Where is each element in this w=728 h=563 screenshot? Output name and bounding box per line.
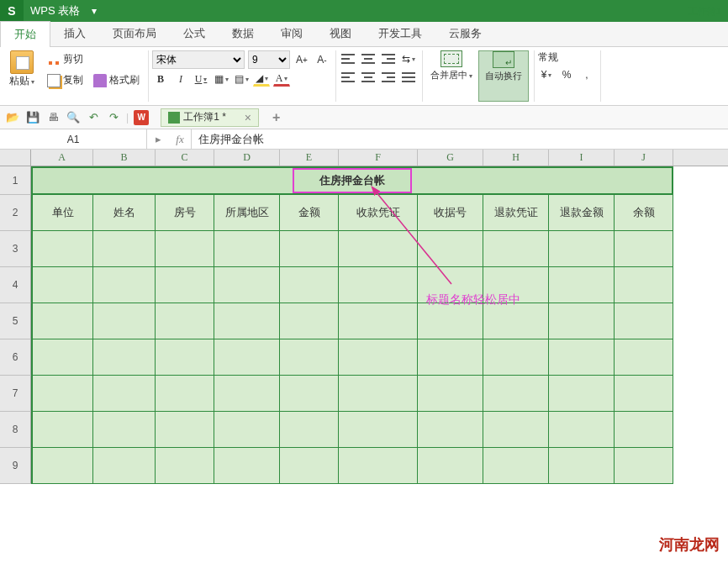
table-cell[interactable] (615, 231, 673, 267)
app-menu-dropdown[interactable]: ▾ (87, 5, 102, 17)
table-cell[interactable] (31, 412, 93, 448)
tab-cloud[interactable]: 云服务 (435, 21, 495, 46)
increase-font-button[interactable]: A+ (293, 51, 310, 68)
column-header[interactable]: E (280, 150, 339, 166)
distribute-button[interactable] (400, 69, 417, 86)
column-header[interactable]: H (483, 150, 549, 166)
fill-color-button[interactable]: ◢ (253, 71, 270, 87)
row-header[interactable]: 2 (0, 195, 31, 231)
table-cell[interactable] (156, 339, 214, 376)
row-header[interactable]: 5 (0, 303, 31, 339)
table-cell[interactable] (549, 412, 615, 448)
fx-button[interactable]: fx (169, 133, 191, 146)
column-header[interactable]: D (214, 150, 280, 166)
row-header[interactable]: 7 (0, 376, 31, 412)
table-cell[interactable] (339, 339, 418, 376)
table-cell[interactable] (280, 376, 339, 412)
table-cell[interactable] (280, 339, 339, 376)
table-cell[interactable] (483, 376, 549, 412)
table-cell[interactable] (31, 376, 93, 412)
row-header[interactable]: 8 (0, 412, 31, 448)
currency-button[interactable]: ¥ (538, 66, 555, 83)
table-cell[interactable] (156, 412, 214, 448)
table-cell[interactable] (483, 448, 549, 484)
tab-view[interactable]: 视图 (316, 21, 365, 46)
close-tab-icon[interactable]: × (245, 111, 251, 124)
decrease-font-button[interactable]: A- (314, 51, 330, 68)
column-header[interactable]: C (156, 150, 214, 166)
row-header[interactable]: 4 (0, 267, 31, 303)
table-cell[interactable] (93, 376, 156, 412)
column-header[interactable]: A (31, 150, 93, 166)
column-header[interactable]: G (418, 150, 483, 166)
underline-button[interactable]: U (193, 71, 209, 87)
table-cell[interactable] (93, 448, 156, 484)
align-left-button[interactable] (340, 69, 356, 86)
font-size-select[interactable]: 9 (248, 50, 290, 69)
align-top-button[interactable] (340, 50, 356, 67)
table-cell[interactable] (31, 339, 93, 376)
table-cell[interactable] (280, 448, 339, 484)
table-cell[interactable] (615, 303, 673, 339)
undo-icon[interactable]: ↶ (86, 110, 101, 125)
tab-formula[interactable]: 公式 (170, 21, 219, 46)
table-cell[interactable] (615, 412, 673, 448)
redo-icon[interactable]: ↷ (106, 110, 121, 125)
format-painter-button[interactable]: 格式刷 (90, 71, 143, 89)
font-color-button[interactable]: A (273, 71, 290, 87)
border-button[interactable]: ▦ (213, 71, 229, 87)
table-cell[interactable] (549, 339, 615, 376)
table-cell[interactable] (615, 376, 673, 412)
wps-logo-icon[interactable]: W (134, 110, 149, 125)
table-cell[interactable] (156, 376, 214, 412)
table-cell[interactable] (214, 412, 280, 448)
table-cell[interactable] (418, 339, 483, 376)
column-header[interactable]: I (549, 150, 615, 166)
table-cell[interactable] (339, 412, 418, 448)
table-cell[interactable] (93, 412, 156, 448)
name-box[interactable]: A1 (0, 129, 147, 149)
table-cell[interactable] (214, 339, 280, 376)
table-cell[interactable] (31, 448, 93, 484)
table-cell[interactable] (549, 303, 615, 339)
workbook-indicator[interactable]: 工作簿1 (676, 5, 728, 18)
table-cell[interactable] (483, 412, 549, 448)
row-header[interactable]: 1 (0, 166, 31, 195)
table-cell[interactable] (214, 376, 280, 412)
table-cell[interactable] (339, 376, 418, 412)
paste-button[interactable]: 粘贴 (5, 50, 39, 88)
row-header[interactable]: 6 (0, 339, 31, 376)
table-cell[interactable] (549, 448, 615, 484)
tab-data[interactable]: 数据 (219, 21, 267, 46)
align-center-button[interactable] (360, 69, 377, 86)
select-all-corner[interactable] (0, 150, 31, 166)
column-header[interactable]: B (93, 150, 156, 166)
cells-area[interactable]: 住房押金台帐单位姓名房号所属地区金额收款凭证收据号退款凭证退款金额余额 标题名称… (31, 166, 728, 484)
print-icon[interactable]: 🖶 (45, 110, 61, 125)
align-middle-button[interactable] (360, 50, 377, 67)
column-header[interactable]: J (615, 150, 673, 166)
indent-button[interactable]: ⇆ (400, 50, 417, 67)
column-header[interactable]: F (339, 150, 418, 166)
tab-start[interactable]: 开始 (0, 21, 50, 47)
fill-pattern-button[interactable]: ▤ (233, 71, 250, 87)
row-header[interactable]: 3 (0, 231, 31, 267)
copy-button[interactable]: 复制 (44, 71, 87, 89)
table-cell[interactable] (156, 448, 214, 484)
table-cell[interactable] (549, 267, 615, 303)
align-right-button[interactable] (380, 69, 397, 86)
table-cell[interactable] (418, 376, 483, 412)
open-icon[interactable]: 📂 (5, 110, 20, 125)
align-bottom-button[interactable] (380, 50, 397, 67)
table-cell[interactable] (339, 448, 418, 484)
print-preview-icon[interactable]: 🔍 (66, 110, 81, 125)
tab-insert[interactable]: 插入 (50, 21, 99, 46)
font-name-select[interactable]: 宋体 (152, 50, 245, 69)
italic-button[interactable]: I (172, 71, 189, 87)
table-cell[interactable] (615, 267, 673, 303)
formula-input[interactable]: 住房押金台帐 (192, 129, 728, 149)
bold-button[interactable]: B (152, 71, 169, 87)
table-cell[interactable] (549, 231, 615, 267)
table-cell[interactable] (615, 339, 673, 376)
table-header-cell[interactable]: 退款金额 (549, 195, 615, 231)
